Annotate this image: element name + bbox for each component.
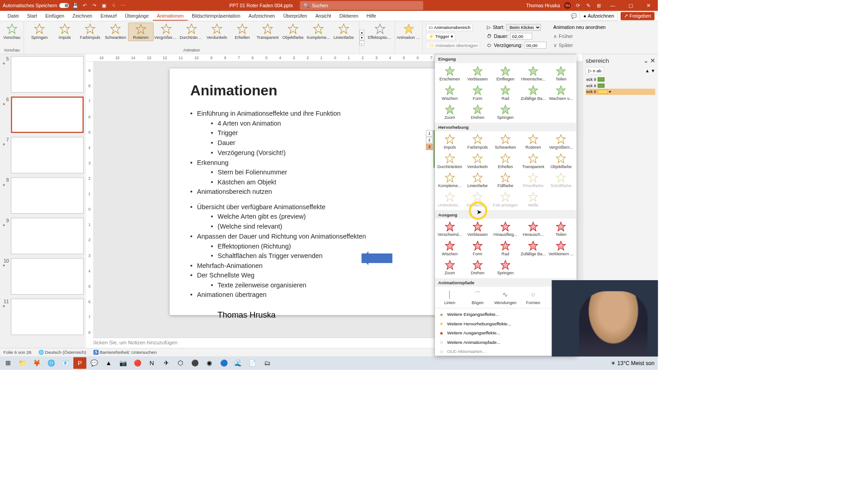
- autosave-toggle[interactable]: Automatisches Speichern: [3, 3, 69, 8]
- onenote-icon[interactable]: N: [145, 357, 158, 369]
- undo-icon[interactable]: ↶: [82, 2, 88, 9]
- delay-input[interactable]: [524, 42, 547, 48]
- dd-item-rad[interactable]: Rad: [492, 84, 519, 102]
- dd-path-1[interactable]: ⌒Bögen: [464, 288, 491, 306]
- search-input[interactable]: 🔍 Suchen: [300, 1, 423, 10]
- effect-options-button[interactable]: Effektoptionen: [367, 23, 392, 40]
- menu-aufzeichnen[interactable]: Aufzeichnen: [245, 12, 279, 20]
- dd-item-verschwind-[interactable]: Verschwind...: [436, 220, 463, 239]
- gallery-down[interactable]: ▼: [359, 35, 364, 40]
- menu-entwurf[interactable]: Entwurf: [96, 12, 121, 20]
- gallery-effect-5[interactable]: Vergrößern/...: [154, 23, 179, 41]
- app-icon[interactable]: ◉: [203, 357, 216, 369]
- gallery-up[interactable]: ▲: [359, 30, 364, 35]
- app-icon[interactable]: 💬: [88, 357, 101, 369]
- dd-item-objektfarbe[interactable]: Objektfarbe: [547, 152, 575, 170]
- play-button[interactable]: ▷ n ab: [585, 67, 604, 75]
- close-button[interactable]: ✕: [642, 0, 655, 11]
- anim-list-item[interactable]: eck 9: [585, 83, 655, 89]
- powerpoint-icon[interactable]: P: [73, 357, 86, 369]
- dd-item-f-llfarbe[interactable]: Füllfarbe: [492, 171, 519, 189]
- earlier-button[interactable]: Früher: [559, 33, 573, 39]
- gallery-effect-10[interactable]: Objektfarbe: [280, 23, 306, 41]
- dd-item-zuf-llige-ba-[interactable]: Zufällige Ba...: [520, 84, 547, 102]
- start-button[interactable]: ⊞: [1, 357, 14, 369]
- gallery-effect-3[interactable]: Schwanken: [103, 23, 128, 41]
- app-icon[interactable]: 📄: [246, 357, 259, 369]
- trigger-button[interactable]: ⚡ Trigger ▾: [426, 33, 455, 40]
- preview-button[interactable]: Vorschau: [0, 23, 24, 40]
- dd-path-0[interactable]: │Linien: [436, 288, 463, 306]
- username[interactable]: Thomas Hruska: [526, 3, 560, 8]
- gallery-effect-1[interactable]: Impuls: [52, 23, 77, 41]
- comments-icon[interactable]: 💬: [571, 13, 577, 19]
- more-icon[interactable]: ⋯: [120, 2, 127, 9]
- dd-item-rad[interactable]: Rad: [492, 239, 519, 258]
- start-select[interactable]: Beim Klicken: [506, 24, 541, 31]
- app-icon[interactable]: 🗂: [260, 357, 274, 369]
- dd-item-vergr-ern-[interactable]: Vergrößern...: [547, 132, 575, 151]
- dd-path-3[interactable]: ○Formen: [520, 288, 547, 306]
- dd-item-einfliegen[interactable]: Einfliegen: [492, 65, 519, 83]
- dd-item-verdunkeln[interactable]: Verdunkeln: [464, 152, 491, 170]
- dd-item-schwanken[interactable]: Schwanken: [492, 132, 519, 151]
- gallery-effect-9[interactable]: Transparent: [255, 23, 280, 41]
- dd-path-2[interactable]: ∿Wendungen: [492, 288, 519, 306]
- add-animation-button[interactable]: Animation hinzufügen: [396, 23, 421, 40]
- dd-item-durchtr-nken[interactable]: Durchtränken: [436, 152, 463, 170]
- thumbnail-10[interactable]: 10★: [2, 258, 84, 295]
- dd-item-kompleme-[interactable]: Kompleme...: [436, 171, 463, 189]
- dd-item-erhellen[interactable]: Erhellen: [492, 152, 519, 170]
- menu-start[interactable]: Start: [23, 12, 42, 20]
- record-button[interactable]: ● Aufzeichnen: [580, 11, 618, 20]
- anim-tag-1[interactable]: 1: [426, 130, 433, 136]
- dd-item-linienfarbe[interactable]: Linienfarbe: [464, 171, 491, 189]
- dd-item-hinausflieg-[interactable]: Hinausflieg...: [492, 220, 519, 239]
- dd-item-verblassen[interactable]: Verblassen: [464, 220, 491, 239]
- obs-icon[interactable]: ⚫: [189, 357, 202, 369]
- dd-item-erscheinen[interactable]: Erscheinen: [436, 65, 463, 83]
- dd-item-zuf-llige-ba-[interactable]: Zufällige Ba...: [520, 239, 547, 258]
- language-indicator[interactable]: 🌐 Deutsch (Österreich): [38, 350, 86, 355]
- dd-item-verblassen[interactable]: Verblassen: [464, 65, 491, 83]
- filename[interactable]: PPT 01 Roter Faden 004.pptx: [229, 3, 293, 8]
- dd-item-springen[interactable]: Springen: [492, 258, 519, 277]
- dd-item-teilen[interactable]: Teilen: [547, 65, 575, 83]
- gallery-more[interactable]: ⌄: [359, 41, 364, 46]
- ribbon-options-icon[interactable]: ⊞: [595, 2, 602, 9]
- anim-pane-button[interactable]: ▭ Animationsbereich: [426, 24, 473, 31]
- sync-icon[interactable]: ⟳: [575, 2, 581, 9]
- weather-widget[interactable]: ☀ 13°C Meist son: [611, 360, 654, 366]
- duration-input[interactable]: [510, 33, 533, 40]
- save-icon[interactable]: 💾: [72, 2, 79, 9]
- gallery-effect-0[interactable]: Springen: [27, 23, 52, 41]
- gallery-effect-7[interactable]: Verdunkeln: [204, 23, 230, 41]
- dd-item-wischen[interactable]: Wischen: [436, 84, 463, 102]
- anim-pane-dropdown-icon[interactable]: ⌄: [643, 57, 648, 64]
- dd-item-teilen[interactable]: Teilen: [547, 220, 575, 239]
- dd-item-wischen[interactable]: Wischen: [436, 239, 463, 258]
- slide-counter[interactable]: Folie 6 von 26: [4, 350, 32, 355]
- dd-item-rotieren[interactable]: Rotieren: [520, 132, 547, 151]
- anim-tag-3[interactable]: 3: [426, 144, 433, 150]
- app-icon[interactable]: 🔵: [217, 357, 231, 369]
- thumbnail-8[interactable]: 8★: [2, 178, 84, 214]
- chrome-icon[interactable]: 🌐: [45, 357, 58, 369]
- gallery-effect-8[interactable]: Erhellen: [230, 23, 255, 41]
- user-avatar[interactable]: TH: [564, 2, 571, 9]
- dd-item-drehen[interactable]: Drehen: [464, 103, 491, 121]
- dd-item-springen[interactable]: Springen: [492, 103, 519, 121]
- anim-transfer-button[interactable]: ✨ Animation übertragen: [426, 42, 480, 49]
- telegram-icon[interactable]: ✈: [160, 357, 173, 369]
- menu-ueberpruefen[interactable]: Überprüfen: [279, 12, 311, 20]
- edge-icon[interactable]: 🌊: [231, 357, 245, 369]
- explorer-icon[interactable]: 📁: [16, 357, 29, 369]
- dd-item-wachsen-u-[interactable]: Wachsen u...: [547, 84, 575, 102]
- thumbnail-7[interactable]: 7★: [2, 137, 84, 173]
- maximize-button[interactable]: ▢: [624, 0, 637, 11]
- present-icon[interactable]: ▣: [101, 2, 107, 9]
- dd-item-verkleinern-[interactable]: Verkleinern ...: [547, 239, 575, 258]
- gallery-effect-6[interactable]: Durchtränken: [179, 23, 204, 41]
- menu-datei[interactable]: Datei: [4, 12, 23, 20]
- dd-item-zoom[interactable]: Zoom: [436, 258, 463, 277]
